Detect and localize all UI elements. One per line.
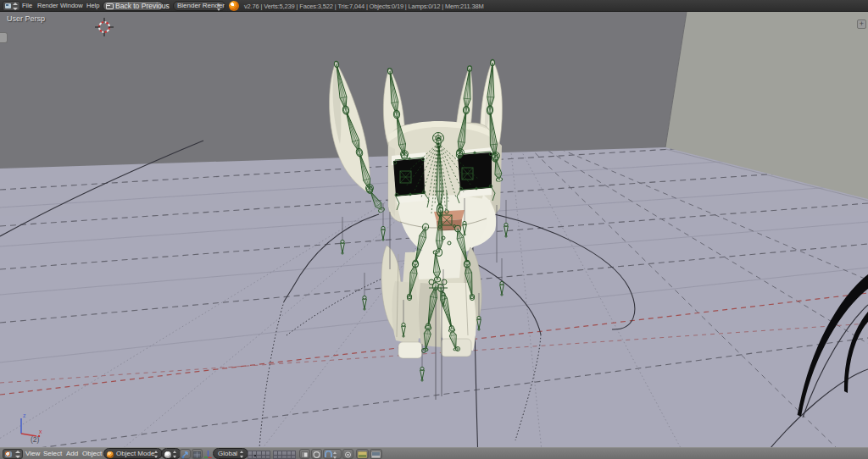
object-mode-icon [107, 451, 114, 458]
editor-switch-arrows-icon [12, 3, 18, 10]
toolshelf-tab[interactable] [0, 32, 8, 43]
lock-scene-button[interactable] [299, 449, 310, 459]
editor-switch-arrows-icon [14, 451, 20, 458]
menu-help[interactable]: Help [86, 2, 99, 9]
back-icon [106, 3, 114, 9]
menu-window[interactable]: Window [60, 2, 83, 9]
dropdown-arrows-icon [154, 451, 159, 458]
top-header-bar: File Render Window Help Back to Previous… [0, 0, 868, 12]
manipulator-grid-button[interactable] [192, 449, 203, 459]
orientation-label: Global [218, 450, 237, 457]
dropdown-arrows-icon [333, 451, 338, 459]
mode-label: Object Mode [116, 450, 154, 457]
menu-object[interactable]: Object [82, 450, 102, 457]
viewport-3d[interactable]: z x [0, 0, 868, 459]
snap-target-button[interactable] [342, 449, 353, 459]
viewport-label: User Persp [7, 14, 45, 23]
bottom-header-bar: View Select Add Object Object Mode Globa… [0, 447, 868, 459]
layers-group-1[interactable] [248, 451, 270, 459]
menu-select[interactable]: Select [43, 450, 62, 457]
view3d-editor-icon [5, 451, 12, 457]
foot-left [398, 342, 422, 358]
eye-left [393, 158, 425, 196]
render-engine-dropdown[interactable]: Blender Render [173, 1, 225, 11]
dropdown-arrows-icon [240, 451, 245, 458]
menu-view[interactable]: View [25, 450, 40, 457]
expand-region-button[interactable]: + [857, 19, 866, 29]
back-button-label: Back to Previous [115, 2, 170, 10]
menu-render[interactable]: Render [37, 2, 58, 9]
opengl-render-button[interactable] [356, 449, 369, 459]
axis-x-label: x [39, 429, 42, 434]
dropdown-arrows-icon [173, 451, 178, 458]
menu-file[interactable]: File [22, 2, 32, 9]
blender-logo-icon [229, 1, 239, 11]
layer-count-label: (2) [31, 435, 39, 444]
menu-add[interactable]: Add [66, 450, 78, 457]
scene-stats: v2.76 | Verts:5,239 | Faces:3,522 | Tris… [244, 3, 484, 10]
editor-type-button[interactable] [3, 1, 20, 11]
proportional-edit-button[interactable] [311, 449, 322, 459]
back-to-previous-button[interactable]: Back to Previous [103, 1, 164, 11]
axis-z-label: z [23, 412, 26, 418]
mode-dropdown[interactable]: Object Mode [103, 448, 163, 459]
manipulator-dropdown[interactable] [180, 449, 191, 459]
viewport-shading-dropdown[interactable] [161, 448, 181, 459]
layers-group-2[interactable] [273, 451, 296, 459]
active-layer-dot [254, 455, 256, 456]
viewport-editor-type-button[interactable] [3, 449, 23, 459]
orientation-dropdown[interactable]: Global [213, 448, 248, 459]
info-editor-icon [5, 3, 11, 8]
solid-shading-icon [164, 451, 171, 458]
opengl-render-anim-button[interactable] [370, 449, 382, 459]
dropdown-arrows-icon [217, 3, 222, 11]
eye-right [458, 152, 492, 191]
axis-orientation-icon [204, 451, 212, 458]
leg-left [392, 281, 419, 346]
snap-dropdown[interactable] [323, 449, 342, 459]
